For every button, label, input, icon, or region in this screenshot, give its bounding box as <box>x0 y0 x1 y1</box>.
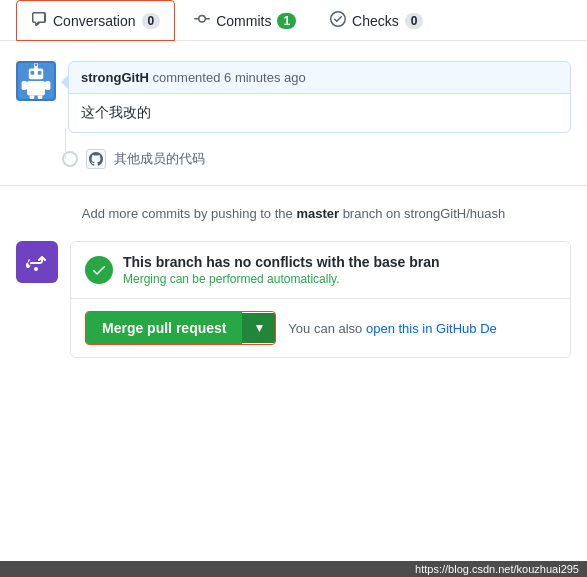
merge-dropdown-button[interactable]: ▼ <box>242 313 275 343</box>
comment-header: strongGitH commented 6 minutes ago <box>69 62 570 94</box>
info-prefix: Add more commits by pushing to the <box>82 206 297 221</box>
svg-point-3 <box>34 63 38 67</box>
bottom-url-bar: https://blog.csdn.net/kouzhuai295 <box>0 561 587 577</box>
comment-block: strongGitH commented 6 minutes ago 这个我改的 <box>0 53 587 141</box>
commits-label: Commits <box>216 13 271 29</box>
checks-badge: 0 <box>405 13 424 29</box>
merge-icon-box <box>16 241 58 283</box>
info-suffix: branch on <box>339 206 404 221</box>
svg-rect-8 <box>45 81 50 90</box>
github-desktop-link[interactable]: open this in GitHub De <box>366 321 497 336</box>
main-content: strongGitH commented 6 minutes ago 这个我改的… <box>0 53 587 366</box>
timeline-item: 其他成员的代码 <box>0 141 587 177</box>
merge-pull-request-button[interactable]: Merge pull request <box>86 312 242 344</box>
comment-action: commented 6 minutes ago <box>149 70 306 85</box>
merge-section: This branch has no conflicts with the ba… <box>0 233 587 366</box>
comment-content: 这个我改的 <box>69 94 570 132</box>
svg-rect-9 <box>30 95 35 99</box>
also-prefix: You can also <box>288 321 366 336</box>
svg-rect-5 <box>38 71 42 75</box>
commits-badge: 1 <box>277 13 296 29</box>
svg-rect-7 <box>22 81 27 90</box>
merge-card-text: This branch has no conflicts with the ba… <box>123 254 440 286</box>
svg-rect-10 <box>38 95 43 99</box>
merge-card-subtitle: Merging can be performed automatically. <box>123 272 440 286</box>
timeline-label: 其他成员的代码 <box>114 150 205 168</box>
divider-1 <box>0 185 587 186</box>
merge-button-group[interactable]: Merge pull request ▼ <box>85 311 276 345</box>
merge-card-title: This branch has no conflicts with the ba… <box>123 254 440 270</box>
info-text: Add more commits by pushing to the maste… <box>0 194 587 233</box>
tab-checks[interactable]: Checks 0 <box>315 0 438 41</box>
checks-label: Checks <box>352 13 399 29</box>
repo-name: strongGitH/huash <box>404 206 505 221</box>
tab-bar: Conversation 0 Commits 1 Checks 0 <box>0 0 587 41</box>
merge-card-body: Merge pull request ▼ You can also open t… <box>71 299 570 357</box>
url-text: https://blog.csdn.net/kouzhuai295 <box>415 563 579 575</box>
merge-card: This branch has no conflicts with the ba… <box>70 241 571 358</box>
comment-username: strongGitH <box>81 70 149 85</box>
conversation-label: Conversation <box>53 13 136 29</box>
avatar <box>16 61 56 101</box>
svg-rect-6 <box>27 81 45 95</box>
small-avatar <box>86 149 106 169</box>
svg-rect-4 <box>31 71 35 75</box>
merge-card-header: This branch has no conflicts with the ba… <box>71 242 570 299</box>
chat-icon <box>31 11 47 30</box>
branch-name: master <box>296 206 339 221</box>
tab-commits[interactable]: Commits 1 <box>179 0 311 41</box>
checks-icon <box>330 11 346 30</box>
commit-icon <box>194 11 210 30</box>
comment-body: strongGitH commented 6 minutes ago 这个我改的 <box>68 61 571 133</box>
check-circle-icon <box>85 256 113 284</box>
tab-conversation[interactable]: Conversation 0 <box>16 0 175 41</box>
conversation-badge: 0 <box>142 13 161 29</box>
also-text: You can also open this in GitHub De <box>288 321 496 336</box>
